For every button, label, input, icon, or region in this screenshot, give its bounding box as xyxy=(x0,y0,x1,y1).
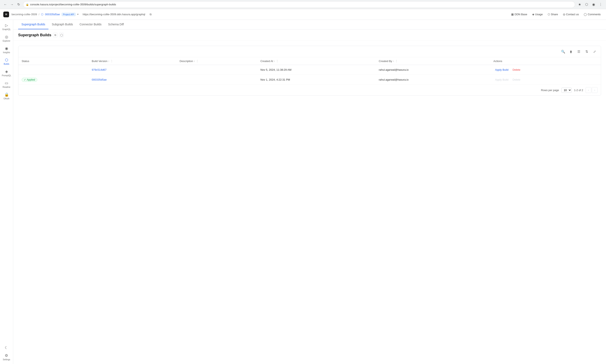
row1-actions-cell: Apply Build Delete xyxy=(493,67,598,72)
share-icon: ⬡ xyxy=(548,13,550,16)
profile-button[interactable]: ◉ xyxy=(591,2,596,7)
tab-schema-diff[interactable]: Schema Diff xyxy=(105,20,127,29)
api-dropdown-icon[interactable]: ▾ xyxy=(77,13,78,16)
ddn-base-button[interactable]: ▦ DDN Base xyxy=(509,12,529,17)
sidebar-item-insights[interactable]: ◉ Insights xyxy=(0,45,13,55)
comments-button[interactable]: ◯ Comments xyxy=(582,12,603,17)
copy-page-icon[interactable]: ⧉ xyxy=(53,33,57,37)
header-url: https://becoming-collie-3509.ddn.hasura.… xyxy=(83,13,145,16)
sidebar-item-readme[interactable]: ▭ Readme xyxy=(0,79,13,90)
row2-created-at: Nov 1, 2024, 4:22:31 PM xyxy=(257,75,375,85)
lock-icon: 🔒 xyxy=(26,3,29,6)
refresh-button[interactable]: ↻ xyxy=(16,2,21,7)
table-row: 979c514d67 Nov 5, 2024, 11:38:29 AM rahu… xyxy=(18,65,601,75)
tab-connector-builds[interactable]: Connector Builds xyxy=(76,20,105,29)
comments-label: Comments xyxy=(588,13,601,16)
app-logo[interactable]: H xyxy=(3,12,9,17)
col-description: Description ↕ ⋮ xyxy=(176,57,257,65)
sidebar-item-builds[interactable]: ⬡ Builds xyxy=(0,56,13,67)
url-text: console.hasura.io/project/becoming-colli… xyxy=(30,3,116,6)
pagination: Rows per page 10 25 50 1-2 of 2 ‹ › xyxy=(18,85,601,95)
rows-per-page-select[interactable]: 10 25 50 xyxy=(561,88,572,93)
ddn-base-icon: ▦ xyxy=(511,13,514,16)
sort-created-at-icon[interactable]: ↕ xyxy=(274,60,275,62)
menu-build-version-icon[interactable]: ⋮ xyxy=(110,59,113,63)
browser-menu-button[interactable]: ⋮ xyxy=(598,2,604,7)
col-created-at: Created At ↕ ⋮ xyxy=(257,57,375,65)
forward-button[interactable]: → xyxy=(9,2,15,7)
sort-created-by-icon[interactable]: ↕ xyxy=(393,60,394,62)
sidebar-item-builds-label: Builds xyxy=(4,63,9,65)
oauth-icon: 🔒 xyxy=(4,92,9,97)
row2-delete-button: Delete xyxy=(511,77,522,82)
sidebar-item-promptql[interactable]: ◈ PromptQL xyxy=(0,68,13,78)
share-button[interactable]: ⬡ Share xyxy=(546,12,560,17)
api-badge: Project API xyxy=(62,13,76,16)
table-row: ✓ Applied 000335d5ae Nov 1, 2024, 4:22:3… xyxy=(18,75,601,85)
tab-subgraph-builds[interactable]: Subgraph Builds xyxy=(49,20,76,29)
rows-per-page-control: 10 25 50 xyxy=(561,88,572,93)
pagination-prev-button[interactable]: ‹ xyxy=(586,87,591,93)
checkmark-icon: ✓ xyxy=(24,78,26,81)
row1-build-version: 979c514d67 xyxy=(89,65,176,75)
extension-button[interactable]: ⬡ xyxy=(584,2,590,7)
moon-icon: ☾ xyxy=(5,345,8,350)
row1-apply-build-button[interactable]: Apply Build xyxy=(493,67,510,72)
sidebar-item-settings[interactable]: ⚙ Settings xyxy=(3,352,10,362)
project-name[interactable]: becoming-collie-3509 xyxy=(12,13,37,16)
col-build-version: Build Version ↕ ⋮ xyxy=(89,57,176,65)
sidebar-item-graphql-label: GraphQL xyxy=(2,28,11,30)
comments-icon: ◯ xyxy=(584,13,587,16)
address-bar[interactable]: 🔒 console.hasura.io/project/becoming-col… xyxy=(23,1,575,8)
table-header: Status Build Version ↕ ⋮ xyxy=(18,57,601,65)
tab-supergraph-builds[interactable]: Supergraph Builds xyxy=(18,20,49,29)
sort-description-icon[interactable]: ↕ xyxy=(194,60,195,62)
row1-build-version-link[interactable]: 979c514d67 xyxy=(92,68,107,71)
pagination-buttons: ‹ › xyxy=(586,87,598,93)
filter-button[interactable]: ⧫ xyxy=(568,48,574,55)
back-button[interactable]: ← xyxy=(2,2,8,7)
menu-description-icon[interactable]: ⋮ xyxy=(196,59,199,63)
row1-created-at: Nov 5, 2024, 11:38:29 AM xyxy=(257,65,375,75)
sort-build-version-icon[interactable]: ↕ xyxy=(108,60,109,62)
search-button[interactable]: 🔍 xyxy=(560,48,566,55)
ddn-base-label: DDN Base xyxy=(515,13,527,16)
sidebar-item-promptql-label: PromptQL xyxy=(2,74,11,77)
row2-apply-build-button: Apply Build xyxy=(493,77,510,82)
sort-button[interactable]: ⇅ xyxy=(583,48,590,55)
usage-button[interactable]: ◈ Usage xyxy=(530,12,545,17)
explorer-icon: ◎ xyxy=(5,35,8,39)
api-node-label[interactable]: 000335d5ae xyxy=(45,13,60,16)
contact-us-label: Contact us xyxy=(566,13,579,16)
menu-created-at-icon[interactable]: ⋮ xyxy=(276,59,279,63)
contact-us-button[interactable]: ◎ Contact us xyxy=(561,12,581,17)
menu-created-by-icon[interactable]: ⋮ xyxy=(395,59,398,63)
row2-build-version-link[interactable]: 000335d5ae xyxy=(92,78,107,81)
usage-icon: ◈ xyxy=(532,13,534,16)
row2-build-version: 000335d5ae xyxy=(89,75,176,85)
sidebar-item-explorer[interactable]: ◎ Explorer xyxy=(0,33,13,44)
expand-button[interactable]: ⤢ xyxy=(591,48,598,55)
browser-nav-buttons: ← → ↻ xyxy=(2,2,21,7)
usage-label: Usage xyxy=(535,13,543,16)
settings-icon: ⚙ xyxy=(5,353,8,358)
col-created-by: Created By ↕ ⋮ xyxy=(375,57,490,65)
sidebar-bottom: ☾ ⚙ Settings xyxy=(3,344,10,362)
table-toolbar: 🔍 ⧫ ☰ ⇅ ⤢ xyxy=(18,46,601,57)
row1-delete-button[interactable]: Delete xyxy=(511,67,522,72)
row2-description xyxy=(176,75,257,85)
chat-page-icon[interactable]: ◯ xyxy=(59,33,64,37)
pagination-next-button[interactable]: › xyxy=(592,87,598,93)
sidebar-item-settings-label: Settings xyxy=(3,358,10,361)
sidebar-item-theme[interactable]: ☾ xyxy=(3,344,10,352)
builds-table: Status Build Version ↕ ⋮ xyxy=(18,57,601,85)
sidebar-item-graphql[interactable]: ▷ GraphQL xyxy=(0,21,13,32)
copy-url-button[interactable]: ⧉ xyxy=(148,12,153,17)
contact-icon: ◎ xyxy=(563,13,565,16)
bookmark-button[interactable]: ★ xyxy=(577,2,582,7)
columns-button[interactable]: ☰ xyxy=(576,48,582,55)
row2-actions: Apply Build Delete xyxy=(490,75,601,85)
promptql-icon: ◈ xyxy=(5,69,8,74)
sidebar-item-oauth[interactable]: 🔒 OAuth xyxy=(0,91,13,101)
browser-right-icons: ★ ⬡ ◉ ⋮ xyxy=(577,2,604,7)
